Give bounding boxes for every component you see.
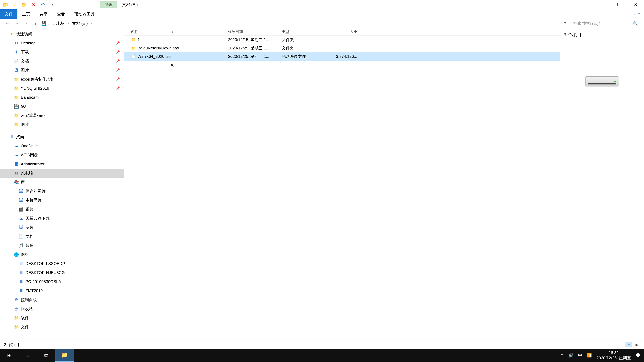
chevron-right-icon[interactable]: › (91, 21, 92, 26)
start-button[interactable]: ⊞ (0, 349, 18, 362)
tray-volume-icon[interactable]: 🔊 (568, 353, 574, 358)
nav-item-music[interactable]: 🎵音乐 (0, 241, 124, 250)
nav-item-pc4[interactable]: 🖥ZMT2019 (0, 286, 124, 295)
file-row[interactable]: 📁1 2020/12/15, 星期二 1... 文件夹 (124, 35, 560, 44)
nav-item-saved-pics[interactable]: 🖼保存的图片 (0, 187, 124, 196)
up-button[interactable]: ↑ (32, 20, 39, 27)
forward-button[interactable]: → (14, 20, 20, 27)
nav-desktop[interactable]: 🖥桌面 (0, 132, 124, 141)
nav-item-library[interactable]: 📚库 (0, 178, 124, 187)
status-item-count: 3 个项目 (4, 342, 20, 348)
tab-file[interactable]: 文件 (0, 9, 18, 18)
nav-item-control-panel[interactable]: ⚙控制面板 (0, 295, 124, 304)
nav-tree[interactable]: ★快速访问 🖥Desktop📌 ⬇下载📌 📄文档📌 🖼图片📌 📁excel表格制… (0, 28, 124, 341)
breadcrumb[interactable]: 💾 › 此电脑 › 文档 (E:) › (42, 20, 554, 27)
nav-item-recycle[interactable]: 🗑回收站 (0, 304, 124, 313)
tab-share[interactable]: 共享 (35, 9, 52, 18)
explorer-window: 📁 ✓ 📁 ✕ ↶ ▾ 管理 文档 (E:) — ☐ ✕ 文件 主页 共享 查看… (0, 0, 644, 349)
nav-item-pc3[interactable]: 🖥PC-20190530OBLA (0, 277, 124, 286)
nav-quick-access[interactable]: ★快速访问 (0, 29, 124, 38)
nav-item-downloads[interactable]: ⬇下载📌 (0, 48, 124, 57)
tray-clock[interactable]: 16:32 2020/12/25, 星期五 (596, 350, 631, 361)
view-details-button[interactable]: ≡ (626, 342, 632, 348)
task-view-button[interactable]: ⧉ (37, 349, 55, 362)
sort-asc-icon: ▴ (172, 30, 173, 33)
recent-dropdown-icon[interactable]: ▾ (23, 20, 30, 27)
crumb-drive-e[interactable]: 文档 (E:) (71, 20, 89, 27)
nav-item-files[interactable]: 📁文件 (0, 323, 124, 332)
nav-item-tianyi[interactable]: ☁天翼云盘下载 (0, 214, 124, 223)
tab-drive-tools[interactable]: 驱动器工具 (70, 9, 99, 18)
folder-icon: 📁 (14, 86, 19, 91)
nav-item-network[interactable]: 🌐网络 (0, 250, 124, 259)
nav-item-lib-pics[interactable]: 🖼图片 (0, 223, 124, 232)
tray-chevron-up-icon[interactable]: ⌃ (560, 353, 564, 358)
nav-item-software[interactable]: 📁软件 (0, 313, 124, 323)
desktop-icon: 🖥 (14, 41, 19, 45)
document-icon: 📄 (14, 59, 19, 63)
file-list[interactable]: 📁1 2020/12/15, 星期二 1... 文件夹 📁BaiduNetdis… (124, 35, 560, 341)
picture-icon: 🖼 (19, 198, 24, 203)
qat-undo-icon[interactable]: ↶ (39, 1, 47, 8)
col-header-name[interactable]: 名称▴ (131, 29, 228, 34)
qat-properties-icon[interactable]: ✓ (11, 1, 19, 8)
col-header-date[interactable]: 修改日期 (228, 29, 282, 34)
search-button[interactable]: ⌕ (18, 349, 37, 362)
view-icons-button[interactable]: ▦ (633, 342, 640, 348)
nav-item-bandicam[interactable]: 📁Bandicam (0, 93, 124, 102)
col-header-size[interactable]: 大小 (327, 29, 360, 34)
maximize-button[interactable]: ☐ (610, 0, 627, 9)
nav-item-desktop[interactable]: 🖥Desktop📌 (0, 38, 124, 48)
nav-item-video[interactable]: 🎬视频 (0, 205, 124, 214)
chevron-right-icon[interactable]: › (68, 21, 69, 26)
nav-item-lib-docs[interactable]: 📄文档 (0, 232, 124, 241)
minimize-button[interactable]: — (594, 0, 610, 9)
col-header-type[interactable]: 类型 (282, 29, 327, 34)
content-area: ★快速访问 🖥Desktop📌 ⬇下载📌 📄文档📌 🖼图片📌 📁excel表格制… (0, 28, 644, 341)
qat-dropdown-icon[interactable]: ▾ (48, 1, 56, 8)
star-icon: ★ (10, 32, 14, 36)
tray-action-center-icon[interactable]: 💬 (636, 353, 641, 358)
qat-new-folder-icon[interactable]: 📁 (20, 1, 28, 8)
tray-network-icon[interactable]: 📶 (587, 353, 592, 358)
ribbon-collapse-icon[interactable]: ⌵ (634, 12, 636, 15)
qat-delete-icon[interactable]: ✕ (30, 1, 38, 8)
nav-item-documents[interactable]: 📄文档📌 (0, 57, 124, 66)
pin-icon: 📌 (116, 68, 120, 72)
close-button[interactable]: ✕ (627, 0, 644, 9)
nav-item-admin[interactable]: 👤Administrator (0, 160, 124, 169)
nav-item-this-pc[interactable]: 🖥此电脑 (0, 169, 124, 178)
user-icon: 👤 (14, 162, 19, 166)
taskbar-file-explorer[interactable]: 📁 (55, 349, 74, 362)
chevron-right-icon[interactable]: › (48, 21, 50, 26)
back-button[interactable]: ← (4, 20, 11, 27)
tab-view[interactable]: 查看 (52, 9, 70, 18)
iso-icon: 📄 (131, 54, 136, 59)
status-bar: 3 个项目 ≡ ▦ (0, 341, 644, 349)
tray-ime-indicator[interactable]: 中 (578, 353, 582, 358)
nav-item-pictures2[interactable]: 📁图片 (0, 120, 124, 129)
search-input[interactable]: 搜索"文档 (E:)" 🔍 (571, 20, 640, 27)
nav-item-yunqishi[interactable]: 📁YUNQISHI2019📌 (0, 84, 124, 93)
nav-item-win7[interactable]: 📁win7重装win7 (0, 111, 124, 120)
crumb-this-pc[interactable]: 此电脑 (52, 20, 66, 27)
file-row-selected[interactable]: 📄Win7x64_2020.iso 2020/12/25, 星期五 1... 光… (124, 52, 560, 61)
file-row[interactable]: 📁BaiduNetdiskDownload 2020/12/25, 星期五 1.… (124, 44, 560, 52)
nav-item-pc1[interactable]: 🖥DESKTOP-LSSOEDP (0, 259, 124, 268)
nav-item-g-drive[interactable]: 💾G:\ (0, 102, 124, 111)
pc-icon: 🖥 (14, 171, 19, 175)
context-tab-manage[interactable]: 管理 (100, 1, 118, 8)
pin-icon: 📌 (116, 41, 120, 45)
nav-item-camera[interactable]: 🖼本机照片 (0, 196, 124, 205)
nav-item-pictures[interactable]: 🖼图片📌 (0, 66, 124, 75)
refresh-button[interactable]: ⟳ (562, 20, 568, 27)
address-dropdown-icon[interactable]: ⌄ (557, 22, 559, 25)
help-icon[interactable]: ? (638, 12, 640, 15)
nav-item-pc2[interactable]: 🖥DESKTOP-NJEU3CG (0, 268, 124, 277)
nav-item-wps[interactable]: ☁WPS网盘 (0, 150, 124, 160)
tab-home[interactable]: 主页 (18, 9, 35, 18)
pin-icon: 📌 (116, 50, 120, 54)
ribbon-tabs: 文件 主页 共享 查看 驱动器工具 ⌵ ? (0, 9, 644, 19)
nav-item-excel[interactable]: 📁excel表格制作求和📌 (0, 75, 124, 84)
nav-item-onedrive[interactable]: ☁OneDrive (0, 141, 124, 150)
